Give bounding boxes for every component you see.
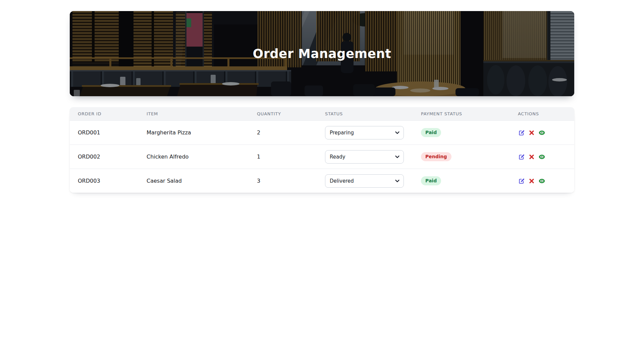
delete-x-icon xyxy=(529,154,534,160)
quantity-cell: 2 xyxy=(249,121,317,145)
status-select-wrap: Preparing xyxy=(325,126,404,139)
order-id-cell: ORD001 xyxy=(70,121,139,145)
eye-icon xyxy=(539,179,545,183)
orders-table-body: ORD001 Margherita Pizza 2 Preparing Paid xyxy=(70,121,574,193)
view-button[interactable] xyxy=(538,178,546,184)
hero-banner: Order Management xyxy=(70,11,574,96)
status-select-wrap: Delivered xyxy=(325,174,404,188)
status-cell: Ready xyxy=(317,145,413,169)
delete-x-icon xyxy=(529,178,534,184)
edit-icon xyxy=(519,178,525,184)
column-header-status: Status xyxy=(317,107,413,121)
payment-status-badge: Paid xyxy=(421,128,441,137)
status-cell: Delivered xyxy=(317,169,413,193)
eye-icon xyxy=(539,155,545,159)
payment-status-cell: Paid xyxy=(413,121,510,145)
payment-status-badge: Pending xyxy=(421,152,451,161)
delete-x-icon xyxy=(529,130,534,135)
column-header-payment-status: Payment Status xyxy=(413,107,510,121)
order-id-cell: ORD003 xyxy=(70,169,139,193)
column-header-quantity: Quantity xyxy=(249,107,317,121)
table-row: ORD003 Caesar Salad 3 Delivered Paid xyxy=(70,169,574,193)
payment-status-badge: Paid xyxy=(421,176,441,185)
column-header-actions: Actions xyxy=(510,107,574,121)
page: Order Management Order ID Item Quantity … xyxy=(0,0,644,362)
status-select[interactable]: Ready xyxy=(325,150,404,164)
column-header-order-id: Order ID xyxy=(70,107,139,121)
actions-cell xyxy=(510,169,574,193)
column-header-item: Item xyxy=(139,107,249,121)
table-row: ORD001 Margherita Pizza 2 Preparing Paid xyxy=(70,121,574,145)
quantity-cell: 1 xyxy=(249,145,317,169)
edit-button[interactable] xyxy=(518,153,525,161)
actions-cell xyxy=(510,145,574,169)
page-title: Order Management xyxy=(70,11,574,96)
eye-icon xyxy=(539,130,545,135)
item-cell: Margherita Pizza xyxy=(139,121,249,145)
payment-status-cell: Paid xyxy=(413,169,510,193)
edit-icon xyxy=(519,130,525,136)
content-container: Order Management Order ID Item Quantity … xyxy=(70,0,574,193)
orders-table: Order ID Item Quantity Status Payment St… xyxy=(70,107,574,193)
edit-icon xyxy=(519,154,525,160)
edit-button[interactable] xyxy=(518,177,525,185)
table-row: ORD002 Chicken Alfredo 1 Ready Pending xyxy=(70,145,574,169)
table-header-row: Order ID Item Quantity Status Payment St… xyxy=(70,107,574,121)
item-cell: Chicken Alfredo xyxy=(139,145,249,169)
view-button[interactable] xyxy=(538,154,546,160)
view-button[interactable] xyxy=(538,130,546,136)
item-cell: Caesar Salad xyxy=(139,169,249,193)
edit-button[interactable] xyxy=(518,129,525,136)
orders-table-card: Order ID Item Quantity Status Payment St… xyxy=(70,107,574,193)
status-cell: Preparing xyxy=(317,121,413,145)
delete-button[interactable] xyxy=(528,178,535,184)
delete-button[interactable] xyxy=(528,154,535,160)
payment-status-cell: Pending xyxy=(413,145,510,169)
actions-cell xyxy=(510,121,574,145)
order-id-cell: ORD002 xyxy=(70,145,139,169)
status-select[interactable]: Preparing xyxy=(325,126,404,139)
quantity-cell: 3 xyxy=(249,169,317,193)
status-select[interactable]: Delivered xyxy=(325,174,404,188)
status-select-wrap: Ready xyxy=(325,150,404,164)
delete-button[interactable] xyxy=(528,129,535,136)
